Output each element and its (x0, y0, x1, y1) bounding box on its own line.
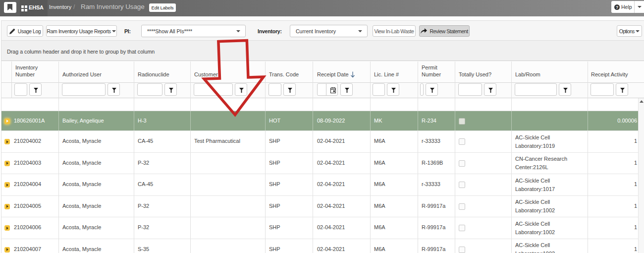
svg-text:?: ? (616, 5, 618, 10)
